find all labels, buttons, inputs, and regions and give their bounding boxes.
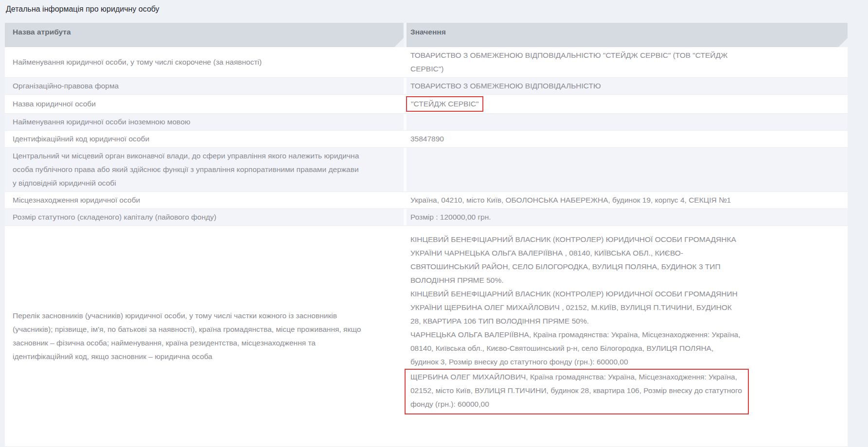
row-filler [747, 47, 848, 77]
row-filler [747, 226, 848, 447]
attribute-value-cell: Розмір : 120000,00 грн. [407, 209, 747, 225]
row-filler [747, 131, 848, 147]
row-filler [747, 114, 848, 130]
annotation-highlight-box: "СТЕЙДЖ СЕРВІС" [406, 96, 483, 112]
table-row: Організаційно-правова форма ТОВАРИСТВО З… [5, 78, 848, 95]
column-resize-handle-icon[interactable] [394, 38, 404, 47]
value-text: КІНЦЕВИЙ БЕНЕФІЦІАРНИЙ ВЛАСНИК (КОНТРОЛЕ… [410, 287, 743, 328]
table-row: Розмір статутного (складеного) капіталу … [5, 209, 848, 226]
row-filler [747, 78, 848, 94]
attribute-name-cell: Назва юридичної особи [5, 96, 404, 112]
legal-entity-detail-page: Детальна інформація про юридичну особу Н… [0, 5, 868, 447]
attribute-value-cell: "СТЕЙДЖ СЕРВІС" [407, 95, 747, 113]
attribute-value-cell: ТОВАРИСТВО З ОБМЕЖЕНОЮ ВІДПОВІДАЛЬНІСТЮ … [407, 47, 747, 77]
row-filler [747, 209, 848, 225]
attribute-name-cell: Розмір статутного (складеного) капіталу … [5, 209, 404, 225]
value-text: ЧАРНЕЦЬКА ОЛЬГА ВАЛЕРІЇВНА, Країна грома… [410, 328, 743, 369]
table-row: Назва юридичної особи "СТЕЙДЖ СЕРВІС" [5, 95, 848, 114]
page-title: Детальна інформація про юридичну особу [6, 5, 868, 23]
attribute-name-cell: Найменування юридичної особи, у тому чис… [5, 54, 404, 70]
value-text: Розмір : 120000,00 грн. [410, 210, 743, 224]
table-row: Найменування юридичної особи іноземною м… [5, 114, 848, 131]
attribute-name-cell: Організаційно-правова форма [5, 78, 404, 94]
value-text: КІНЦЕВИЙ БЕНЕФІЦІАРНИЙ ВЛАСНИК (КОНТРОЛЕ… [410, 233, 743, 287]
attribute-value-cell: 35847890 [407, 131, 747, 147]
value-text: ТОВАРИСТВО З ОБМЕЖЕНОЮ ВІДПОВІДАЛЬНІСТЮ [410, 79, 743, 93]
table-header-row: Назва атрибута Значення [5, 23, 848, 47]
attribute-name-cell: Ідентифікаційний код юридичної особи [5, 131, 404, 147]
attribute-value-cell: КІНЦЕВИЙ БЕНЕФІЦІАРНИЙ ВЛАСНИК (КОНТРОЛЕ… [407, 226, 747, 447]
row-filler [747, 148, 848, 191]
column-header-attribute[interactable]: Назва атрибута [5, 23, 404, 47]
attribute-name-cell: Місцезнаходження юридичної особи [5, 192, 404, 208]
row-filler [747, 192, 848, 208]
table-row: Ідентифікаційний код юридичної особи 358… [5, 131, 848, 148]
annotation-highlight-box: ЩЕРБИНА ОЛЕГ МИХАЙЛОВИЧ, Країна громадян… [405, 369, 749, 414]
value-text: 35847890 [410, 132, 743, 146]
attribute-name-cell: Найменування юридичної особи іноземною м… [5, 114, 404, 130]
value-text: Україна, 04210, місто Київ, ОБОЛОНСЬКА Н… [410, 193, 743, 207]
attribute-name-cell: Центральний чи місцевий орган виконавчої… [5, 148, 404, 191]
attribute-value-cell [407, 168, 747, 171]
column-resize-handle-icon[interactable] [838, 38, 848, 47]
attributes-table: Назва атрибута Значення Найменування юри… [5, 23, 848, 447]
column-header-value-label: Значення [410, 28, 446, 36]
attribute-value-cell [407, 120, 747, 123]
row-filler [747, 95, 848, 113]
table-row: Перелік засновників (учасників) юридично… [5, 226, 848, 447]
table-body: Найменування юридичної особи, у тому чис… [5, 47, 848, 447]
value-text: ТОВАРИСТВО З ОБМЕЖЕНОЮ ВІДПОВІДАЛЬНІСТЮ … [410, 49, 743, 76]
column-header-value[interactable]: Значення [407, 23, 848, 47]
table-row: Місцезнаходження юридичної особи Україна… [5, 192, 848, 209]
attribute-name-cell: Перелік засновників (учасників) юридично… [5, 308, 404, 365]
column-header-attribute-label: Назва атрибута [13, 28, 71, 36]
attribute-value-cell: Україна, 04210, місто Київ, ОБОЛОНСЬКА Н… [407, 192, 747, 208]
attribute-value-cell: ТОВАРИСТВО З ОБМЕЖЕНОЮ ВІДПОВІДАЛЬНІСТЮ [407, 78, 747, 94]
table-row: Центральний чи місцевий орган виконавчої… [5, 148, 848, 192]
table-row: Найменування юридичної особи, у тому чис… [5, 47, 848, 78]
